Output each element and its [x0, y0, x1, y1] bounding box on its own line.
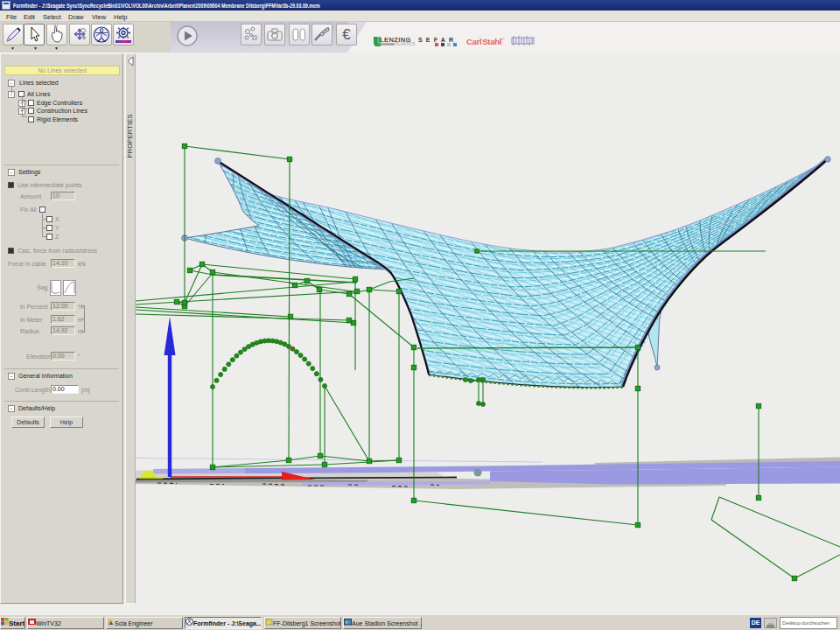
svg-text:€: €	[342, 26, 351, 43]
